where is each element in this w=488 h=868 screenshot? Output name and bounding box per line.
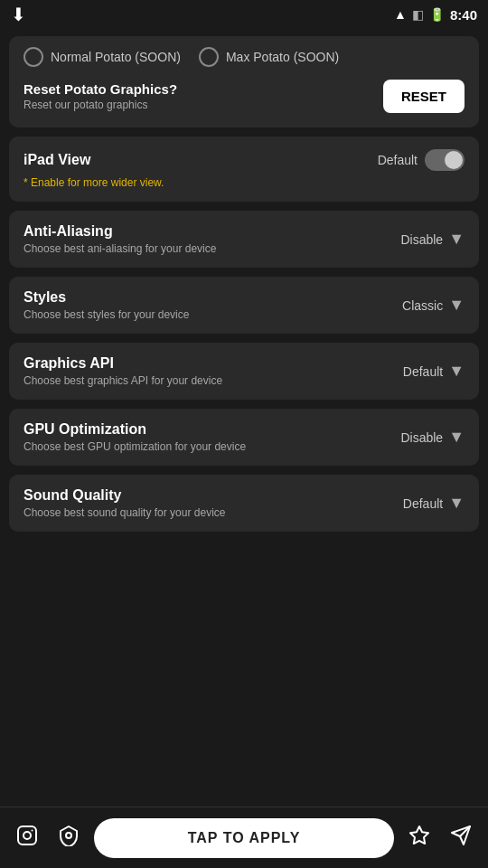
reset-description: Reset our potato graphics bbox=[23, 99, 177, 111]
setting-styles[interactable]: Styles Choose best styles for your devic… bbox=[9, 277, 479, 334]
setting-val-label-1: Classic bbox=[402, 298, 443, 313]
setting-title-1: Styles bbox=[23, 289, 189, 306]
setting-title-0: Anti-Aliasing bbox=[23, 223, 216, 240]
setting-title-4: Sound Quality bbox=[23, 487, 225, 504]
ipad-section: iPad View Default * Enable for more wide… bbox=[9, 137, 479, 202]
shield-icon[interactable] bbox=[52, 825, 85, 852]
setting-value-3[interactable]: Disable ▼ bbox=[400, 428, 465, 447]
potato-normal-label: Normal Potato (SOON) bbox=[51, 50, 181, 64]
tap-to-apply-button[interactable]: TAP TO APPLY bbox=[94, 818, 394, 858]
setting-desc-3: Choose best GPU optimization for your de… bbox=[23, 440, 246, 453]
dropdown-arrow-1: ▼ bbox=[448, 296, 465, 315]
dropdown-arrow-4: ▼ bbox=[448, 494, 465, 513]
setting-val-label-2: Default bbox=[403, 364, 443, 379]
setting-value-4[interactable]: Default ▼ bbox=[403, 494, 465, 513]
setting-desc-0: Choose best ani-aliasing for your device bbox=[23, 242, 216, 255]
main-content: Normal Potato (SOON) Max Potato (SOON) R… bbox=[0, 29, 488, 807]
download-icon: ⬇ bbox=[11, 4, 26, 25]
setting-desc-2: Choose best graphics API for your device bbox=[23, 374, 222, 387]
setting-graphics-api[interactable]: Graphics API Choose best graphics API fo… bbox=[9, 343, 479, 400]
setting-val-label-0: Disable bbox=[400, 232, 443, 247]
potato-options: Normal Potato (SOON) Max Potato (SOON) bbox=[23, 47, 465, 67]
bottom-bar: TAP TO APPLY bbox=[0, 807, 488, 868]
radio-max[interactable] bbox=[199, 47, 219, 67]
setting-desc-4: Choose best sound quality for your devic… bbox=[23, 506, 225, 519]
ipad-subtitle: * Enable for more wider view. bbox=[23, 176, 465, 189]
potato-option-max[interactable]: Max Potato (SOON) bbox=[199, 47, 339, 67]
potato-option-normal[interactable]: Normal Potato (SOON) bbox=[23, 47, 181, 67]
svg-marker-4 bbox=[410, 826, 428, 844]
svg-point-2 bbox=[32, 829, 33, 831]
ipad-row: iPad View Default bbox=[23, 149, 465, 171]
potato-section: Normal Potato (SOON) Max Potato (SOON) R… bbox=[9, 36, 479, 127]
setting-val-label-3: Disable bbox=[400, 430, 443, 445]
setting-val-label-4: Default bbox=[403, 496, 443, 511]
setting-title-2: Graphics API bbox=[23, 355, 222, 372]
setting-gpu-optimization[interactable]: GPU Optimization Choose best GPU optimiz… bbox=[9, 409, 479, 466]
ipad-toggle[interactable] bbox=[425, 149, 465, 171]
wifi-icon: ▲ bbox=[394, 7, 407, 22]
ipad-default-label: Default bbox=[378, 153, 418, 167]
instagram-icon[interactable] bbox=[11, 825, 43, 852]
dropdown-arrow-2: ▼ bbox=[448, 362, 465, 381]
reset-row: Reset Potato Graphics? Reset our potato … bbox=[23, 80, 465, 113]
dropdown-arrow-0: ▼ bbox=[448, 230, 465, 249]
reset-info: Reset Potato Graphics? Reset our potato … bbox=[23, 81, 177, 111]
signal-icon: ◧ bbox=[412, 7, 424, 22]
setting-value-2[interactable]: Default ▼ bbox=[403, 362, 465, 381]
battery-icon: 🔋 bbox=[429, 7, 445, 22]
ipad-right: Default bbox=[378, 149, 465, 171]
ipad-title: iPad View bbox=[23, 152, 90, 168]
setting-desc-1: Choose best styles for your device bbox=[23, 308, 189, 321]
reset-title: Reset Potato Graphics? bbox=[23, 81, 177, 97]
reset-button[interactable]: RESET bbox=[383, 80, 465, 113]
send-icon[interactable] bbox=[445, 825, 477, 852]
svg-point-1 bbox=[23, 832, 31, 839]
potato-max-label: Max Potato (SOON) bbox=[226, 50, 339, 64]
setting-value-1[interactable]: Classic ▼ bbox=[402, 296, 465, 315]
star-icon[interactable] bbox=[403, 825, 436, 852]
status-time: 8:40 bbox=[450, 7, 477, 23]
dropdown-arrow-3: ▼ bbox=[448, 428, 465, 447]
svg-point-3 bbox=[66, 833, 71, 838]
setting-anti-aliasing[interactable]: Anti-Aliasing Choose best ani-aliasing f… bbox=[9, 211, 479, 268]
radio-normal[interactable] bbox=[23, 47, 43, 67]
setting-title-3: GPU Optimization bbox=[23, 421, 246, 438]
status-bar: ⬇ ▲ ◧ 🔋 8:40 bbox=[0, 0, 488, 29]
setting-sound-quality[interactable]: Sound Quality Choose best sound quality … bbox=[9, 475, 479, 532]
setting-value-0[interactable]: Disable ▼ bbox=[400, 230, 465, 249]
svg-rect-0 bbox=[18, 826, 36, 844]
